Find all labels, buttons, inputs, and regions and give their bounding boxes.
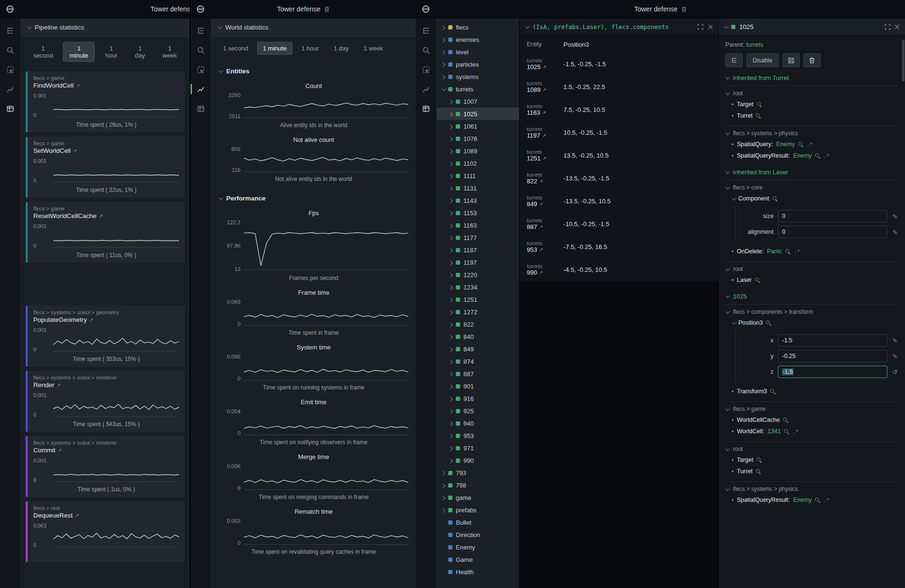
close-icon[interactable]	[708, 24, 713, 30]
tree-item[interactable]: 822	[437, 318, 519, 330]
tree-item[interactable]: 1089	[437, 145, 519, 157]
entity-link[interactable]: 822↗	[527, 178, 563, 185]
parent-link[interactable]: turrets	[746, 41, 763, 48]
tree-item[interactable]: 1187	[437, 244, 519, 256]
chevron-right-icon[interactable]	[448, 260, 453, 265]
tree-item[interactable]: 1025	[437, 108, 519, 120]
chevron-down-icon[interactable]	[219, 195, 223, 200]
chevron-right-icon[interactable]	[441, 508, 445, 513]
chevron-right-icon[interactable]	[448, 335, 453, 339]
close-icon[interactable]	[895, 24, 900, 30]
tree-item[interactable]: 953	[437, 429, 519, 442]
tree-item[interactable]: systems	[437, 70, 519, 83]
time-range-button[interactable]: 1 minute	[63, 42, 95, 62]
search-icon[interactable]	[815, 498, 820, 503]
tree-item[interactable]: 1272	[437, 306, 519, 318]
select-icon[interactable]	[195, 63, 207, 76]
tree-item[interactable]: prefabs	[437, 504, 519, 516]
chevron-right-icon[interactable]	[448, 384, 453, 389]
time-range-button[interactable]: 1 second	[27, 42, 60, 62]
tree-item[interactable]: 1251	[437, 293, 519, 306]
scrollbar-thumb[interactable]	[902, 40, 905, 81]
trash-icon[interactable]	[681, 6, 687, 12]
chevron-right-icon[interactable]	[448, 421, 453, 426]
pencil-icon[interactable]: ✎	[892, 229, 898, 236]
save-button[interactable]	[783, 53, 800, 67]
query-result-row[interactable]: turrets1197↗10.5, -0.25, -1.5	[520, 121, 718, 144]
entity-link[interactable]: 849↗	[527, 200, 563, 208]
search-icon[interactable]	[785, 249, 791, 254]
entity-link[interactable]: 1089↗	[527, 86, 563, 93]
chevron-right-icon[interactable]	[448, 161, 453, 166]
time-range-button[interactable]: 1 second	[217, 42, 254, 55]
tree-item[interactable]: 1131	[437, 182, 519, 194]
entity-link[interactable]: 1251↗	[527, 155, 563, 162]
time-range-button[interactable]: 1 hour	[296, 42, 325, 55]
tree-item[interactable]: enemies	[437, 33, 519, 46]
tree-item[interactable]: flecs	[437, 21, 519, 33]
tree-item[interactable]: 1061	[437, 120, 519, 132]
stat-name[interactable]: Commit↗	[33, 447, 179, 454]
grid-icon[interactable]	[420, 102, 432, 115]
query-result-row[interactable]: turrets1025↗-1.5, -0.25, -1.5	[520, 52, 718, 75]
search-icon[interactable]	[756, 469, 761, 474]
x-input[interactable]: -1.5	[778, 334, 887, 347]
search-icon[interactable]	[755, 278, 760, 283]
search-icon[interactable]	[784, 429, 789, 434]
tree-item[interactable]: 874	[437, 355, 519, 368]
external-link-icon[interactable]: ↗	[539, 224, 543, 229]
tree-item[interactable]: Health	[437, 566, 519, 578]
trash-icon[interactable]	[324, 6, 330, 12]
section-own[interactable]: 1025	[725, 293, 898, 300]
external-link-icon[interactable]: ↗	[542, 110, 546, 115]
entity-link[interactable]: 953↗	[527, 246, 563, 253]
tree-toggle-button[interactable]	[725, 53, 743, 67]
chevron-down-icon[interactable]	[525, 24, 530, 29]
query-result-row[interactable]: turrets1163↗7.5, -0.25, 10.5	[520, 98, 718, 121]
chevron-down-icon[interactable]	[219, 68, 223, 73]
select-icon[interactable]	[420, 63, 432, 76]
search-icon[interactable]	[770, 389, 775, 394]
chevron-right-icon[interactable]	[448, 359, 453, 364]
chevron-right-icon[interactable]	[448, 248, 453, 253]
chart-icon[interactable]	[195, 83, 207, 95]
chevron-down-icon[interactable]	[724, 24, 729, 29]
chevron-right-icon[interactable]	[448, 409, 453, 414]
tree-item[interactable]: 793	[437, 467, 519, 479]
entity-link[interactable]: 990↗	[527, 269, 563, 276]
tree-item[interactable]: particles	[437, 58, 519, 70]
external-link-icon[interactable]: ↗	[90, 317, 93, 322]
tree-item[interactable]: 1076	[437, 132, 519, 145]
chevron-right-icon[interactable]	[448, 310, 453, 315]
tree-icon[interactable]	[4, 24, 17, 37]
external-link-icon[interactable]: ↗	[543, 87, 546, 92]
time-range-button[interactable]: 1 day	[328, 42, 355, 55]
chevron-right-icon[interactable]	[441, 471, 445, 476]
tree-item[interactable]: Game	[437, 553, 519, 566]
entity-link[interactable]: 1025↗	[527, 63, 563, 70]
tree-item[interactable]: 1220	[437, 269, 519, 281]
expand-icon[interactable]	[697, 24, 704, 30]
tree-item[interactable]: 1007	[437, 95, 519, 108]
chevron-right-icon[interactable]	[448, 446, 453, 451]
search-icon[interactable]	[756, 113, 761, 119]
tree-item[interactable]: 1111	[437, 169, 519, 182]
tree-item[interactable]: game	[437, 491, 519, 504]
external-link-icon[interactable]: ↗	[75, 513, 79, 518]
tree-item[interactable]: 1177	[437, 231, 519, 244]
search-icon[interactable]	[815, 153, 820, 159]
external-link-icon[interactable]: ↗	[542, 133, 546, 138]
query-result-row[interactable]: turrets822↗-13.5, -0.25, -1.5	[520, 167, 718, 189]
external-link-icon[interactable]: ↗	[58, 448, 62, 453]
chevron-right-icon[interactable]	[448, 112, 453, 117]
chevron-down-icon[interactable]	[732, 196, 736, 200]
chevron-right-icon[interactable]	[448, 149, 453, 154]
stat-name[interactable]: PopulateGeometry↗	[33, 316, 179, 323]
tree-item[interactable]: 1143	[437, 194, 519, 207]
time-range-button[interactable]: 1 hour	[98, 42, 125, 62]
section-header[interactable]: Performance	[211, 187, 416, 207]
query-result-row[interactable]: turrets1251↗13.5, -0.25, 10.5	[520, 144, 718, 167]
chevron-right-icon[interactable]	[441, 38, 445, 42]
tree-item[interactable]: 940	[437, 417, 519, 429]
stat-name[interactable]: Render↗	[33, 381, 179, 389]
